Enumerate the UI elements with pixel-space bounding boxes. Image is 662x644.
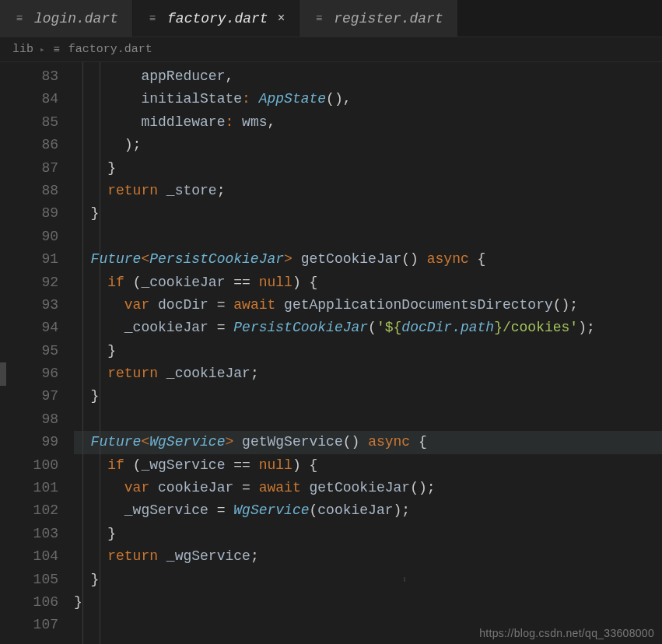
code-line: } [74,591,662,614]
line-number: 88 [0,180,58,202]
code-line [74,226,662,248]
line-number: 90 [0,226,58,248]
code-line: return _wgService; [74,545,662,568]
line-number: 104 [0,545,58,568]
line-number: 103 [0,523,58,545]
code-line: var cookieJar = await getCookieJar(); [74,477,662,499]
tab-label: login.dart [34,11,118,26]
code-line: ); [74,134,662,156]
line-number: 94 [0,317,58,339]
breadcrumb-file[interactable]: factory.dart [68,43,152,56]
line-number: 101 [0,477,58,499]
file-icon: ≡ [313,13,324,24]
code-line: } [74,157,662,180]
line-number-gutter: 83 84 85 86 87 88 89 90 91 92 93 94 95 9… [0,62,74,644]
code-line: _cookieJar = PersistCookieJar('${docDir.… [74,317,662,339]
code-line: var docDir = await getApplicationDocumen… [74,294,662,317]
code-line: return _store; [74,180,662,202]
file-icon: ≡ [14,13,25,24]
line-number: 93 [0,294,58,317]
file-icon: ≡ [51,44,62,55]
line-number: 96 [0,362,58,385]
line-number: 95 [0,340,58,362]
line-number: 87 [0,157,58,180]
line-number: 107 [0,614,58,636]
line-number: 98 [0,408,58,431]
line-number: 102 [0,499,58,522]
gutter-marker [0,362,6,385]
code-line: appReducer, [74,65,662,88]
close-icon[interactable]: × [278,12,285,26]
code-line: } [74,340,662,362]
code-line: _wgService = WgService(cookieJar); [74,499,662,522]
breadcrumb: lib ▸ ≡ factory.dart [0,37,662,62]
code-line: } [74,385,662,408]
code-line: return _cookieJar; [74,362,662,385]
code-line: middleware: wms, [74,111,662,134]
tab-label: factory.dart [167,11,268,26]
editor-tabs: ≡ login.dart ≡ factory.dart × ≡ register… [0,0,662,37]
line-number: 100 [0,454,58,477]
code-line: Future<WgService> getWgService() async { [74,431,662,453]
line-number: 83 [0,65,58,88]
code-line: initialState: AppState(), [74,88,662,110]
code-line: } [74,569,662,591]
tab-factory[interactable]: ≡ factory.dart × [133,0,299,37]
line-number: 84 [0,88,58,110]
line-number: 86 [0,134,58,156]
line-number: 97 [0,385,58,408]
code-line: } [74,202,662,225]
line-number: 105 [0,569,58,591]
code-area[interactable]: appReducer, initialState: AppState(), mi… [74,62,662,644]
line-number: 91 [0,248,58,271]
breadcrumb-folder[interactable]: lib [12,43,33,56]
code-line: if (_cookieJar == null) { [74,271,662,294]
code-line: if (_wgService == null) { [74,454,662,477]
code-line [74,408,662,431]
chevron-right-icon: ▸ [40,44,45,54]
tab-label: register.dart [334,11,443,26]
line-number: 85 [0,111,58,134]
code-line: Future<PersistCookieJar> getCookieJar() … [74,248,662,271]
watermark: https://blog.csdn.net/qq_33608000 [479,627,654,639]
line-number: 99 [0,431,58,453]
code-editor[interactable]: 83 84 85 86 87 88 89 90 91 92 93 94 95 9… [0,62,662,644]
line-number: 92 [0,271,58,294]
tab-register[interactable]: ≡ register.dart [299,0,457,37]
tab-login[interactable]: ≡ login.dart [0,0,133,37]
code-line: } [74,523,662,545]
line-number: 89 [0,202,58,225]
line-number: 106 [0,591,58,614]
file-icon: ≡ [147,13,158,24]
